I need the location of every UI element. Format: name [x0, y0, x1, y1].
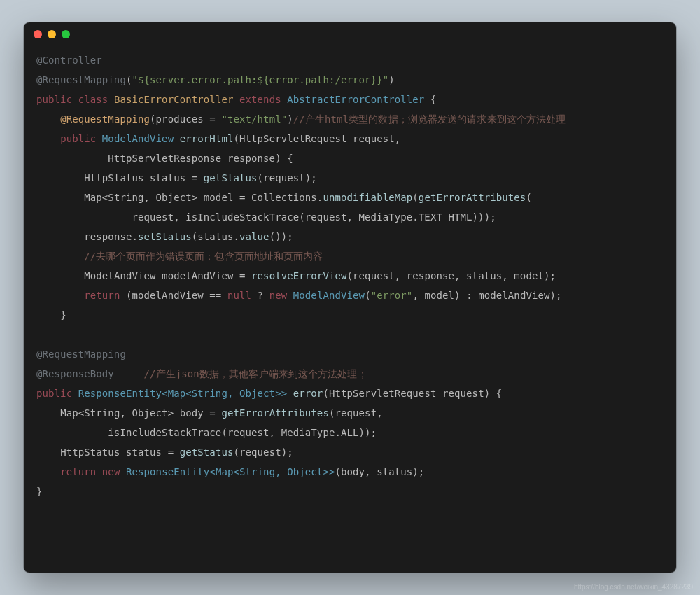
watermark: https://blog.csdn.net/weixin_43287239	[574, 583, 693, 591]
comment: //产生html类型的数据；浏览器发送的请求来到这个方法处理	[293, 113, 566, 125]
code-window: @Controller @RequestMapping("${server.er…	[24, 22, 676, 573]
keyword-return: return	[84, 290, 126, 301]
class-name: BasicErrorController	[114, 94, 239, 105]
method-name: error	[293, 388, 323, 399]
keyword-return: return	[60, 466, 102, 477]
keyword-class: class	[78, 94, 114, 105]
keyword-public: public	[36, 388, 78, 399]
string-literal: "text/html"	[221, 113, 287, 125]
comment: //去哪个页面作为错误页面；包含页面地址和页面内容	[84, 251, 323, 262]
return-type: ModelAndView	[102, 133, 180, 144]
annotation-requestmapping: @RequestMapping	[36, 349, 126, 360]
maximize-icon[interactable]	[62, 30, 70, 38]
string-literal: "error"	[371, 290, 413, 301]
annotation-requestmapping-method: @RequestMapping	[60, 113, 150, 125]
code-block: @Controller @RequestMapping("${server.er…	[24, 46, 676, 514]
string-literal: "${server.error.path:${error.path:/error…	[132, 74, 388, 85]
minimize-icon[interactable]	[48, 30, 56, 38]
keyword-public: public	[36, 94, 78, 105]
super-class: AbstractErrorController	[287, 94, 430, 105]
keyword-extends: extends	[239, 94, 287, 105]
annotation-controller: @Controller	[36, 55, 102, 66]
comment: //产生json数据，其他客户端来到这个方法处理；	[144, 368, 368, 379]
annotation-responsebody: @ResponseBody	[36, 368, 114, 379]
method-name: errorHtml	[180, 133, 234, 144]
titlebar	[24, 22, 676, 46]
return-type: ResponseEntity<Map<String, Object>>	[78, 388, 293, 399]
annotation-requestmapping: @RequestMapping	[36, 74, 126, 85]
keyword-public: public	[60, 133, 102, 144]
close-icon[interactable]	[34, 30, 42, 38]
